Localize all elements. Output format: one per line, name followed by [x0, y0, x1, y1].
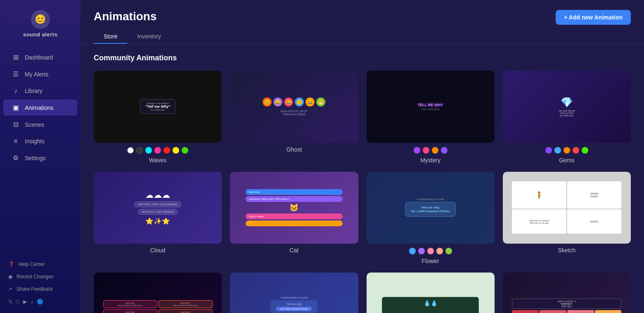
share-feedback-icon: ↗	[8, 286, 12, 292]
social-links: 𝕏 ⬡ ▶ ♪ 🔵	[0, 295, 80, 308]
tab-inventory[interactable]: Inventory	[127, 30, 171, 44]
footer-recent-changes[interactable]: ◉ Recent Changes	[0, 270, 80, 283]
facebook-icon[interactable]: 🔵	[37, 299, 43, 305]
animation-grid: maheem has played "Tell me Why" for 2000…	[94, 71, 631, 313]
tab-store[interactable]: Store	[94, 30, 127, 44]
recent-changes-icon: ◉	[8, 274, 12, 280]
animation-preview-flower: FUNDRAISING PLAYER Tell me whyfor 1,000 …	[367, 172, 495, 244]
tiktok-icon[interactable]: ♪	[31, 299, 33, 305]
dashboard-icon: ⊞	[12, 53, 20, 61]
animation-preview-neon: New Role! maheem raided with 6000 viewer…	[94, 273, 222, 313]
animation-preview-cloud: ☁☁☁ NEW ROLE: ARMY 1000 VIEWERS NEW ROLE…	[94, 172, 222, 244]
sidebar-item-label: Scenes	[25, 121, 44, 128]
app-logo: 😊 sound alerts	[0, 0, 80, 46]
footer-label: Help Center	[19, 261, 45, 267]
insights-icon: ≡	[12, 138, 20, 145]
animation-preview-display: 💧💧 Tell me Whyfor 1,000 Bits Maheem play…	[367, 273, 495, 313]
tab-bar: Store Inventory	[80, 25, 644, 44]
animation-card-sound[interactable]: FUNDRAISING PLAYER Tell me why for 1,000…	[230, 273, 358, 313]
animation-preview-sound: FUNDRAISING PLAYER Tell me why for 1,000…	[230, 273, 358, 313]
my-alerts-icon: ☰	[12, 70, 20, 78]
mystery-color-dots	[414, 147, 447, 154]
animation-preview-sketch: 🧍 simpleviewer Salomon is playedTell me!…	[503, 172, 631, 244]
animation-card-cloud[interactable]: ☁☁☁ NEW ROLE: ARMY 1000 VIEWERS NEW ROLE…	[94, 172, 222, 265]
animation-preview-mystery: TELL ME WHY FOR 3,000 BITS	[367, 71, 495, 143]
sidebar-item-library[interactable]: ♪ Library	[3, 83, 77, 99]
flower-color-dots	[409, 248, 452, 254]
animation-card-gems[interactable]: 💎 has just played"Tell me Why"for 2000 b…	[503, 71, 631, 164]
page-header: Animations + Add new Animation	[80, 0, 644, 25]
animation-card-flower[interactable]: FUNDRAISING PLAYER Tell me whyfor 1,000 …	[367, 172, 495, 265]
animation-name-cat: Cat	[289, 247, 298, 254]
animation-preview-gems: 💎 has just played"Tell me Why"for 2000 b…	[503, 71, 631, 143]
sidebar-item-label: Insights	[25, 138, 45, 145]
animation-name-cloud: Cloud	[150, 247, 166, 254]
animation-name-sketch: Sketch	[558, 247, 575, 254]
library-icon: ♪	[12, 87, 20, 95]
discord-icon[interactable]: ⬡	[16, 299, 20, 304]
animation-card-ghost[interactable]: 😊 😄 😃 🙂 😆 😁 NEW EMOTE DROPHalloween play…	[230, 71, 358, 164]
sidebar-item-animations[interactable]: ▣ Animations	[3, 100, 77, 116]
gems-color-dots	[545, 147, 588, 154]
youtube-icon[interactable]: ▶	[23, 299, 27, 305]
content-area: Community Animations maheem has played "…	[80, 44, 644, 313]
sidebar-item-scenes[interactable]: ⊟ Scenes	[3, 116, 77, 133]
logo-icon: 😊	[31, 10, 50, 29]
main-content: Animations + Add new Animation Store Inv…	[80, 0, 644, 313]
animation-name-mystery: Mystery	[420, 157, 440, 164]
footer-label: Recent Changes	[17, 274, 53, 280]
sidebar-item-my-alerts[interactable]: ☰ My Alerts	[3, 66, 77, 82]
animation-card-sketch[interactable]: 🧍 simpleviewer Salomon is playedTell me!…	[503, 172, 631, 265]
animation-name-waves: Waves	[149, 157, 166, 164]
sidebar-item-label: My Alerts	[25, 71, 49, 78]
sidebar-item-label: Animations	[25, 104, 53, 111]
sidebar-item-label: Library	[25, 88, 43, 94]
add-animation-button[interactable]: + Add new Animation	[556, 10, 631, 25]
help-icon: ❓	[8, 261, 14, 267]
sidebar: 😊 sound alerts ⊞ Dashboard ☰ My Alerts ♪…	[0, 0, 80, 313]
animation-card-mail[interactable]: NEW CHEER ✕ FARTBOY 5000 Bits ✉ ✉ ✉ ✉	[503, 273, 631, 313]
animation-card-cat[interactable]: New Role! Halloween played with 1500 vie…	[230, 172, 358, 265]
animation-card-mystery[interactable]: TELL ME WHY FOR 3,000 BITS Mystery	[367, 71, 495, 164]
sidebar-item-dashboard[interactable]: ⊞ Dashboard	[3, 49, 77, 65]
page-title: Animations	[94, 10, 156, 23]
animation-card-display[interactable]: 💧💧 Tell me Whyfor 1,000 Bits Maheem play…	[367, 273, 495, 313]
animation-preview-waves: maheem has played "Tell me Why" for 2000…	[94, 71, 222, 143]
footer-help-center[interactable]: ❓ Help Center	[0, 258, 80, 270]
sidebar-item-insights[interactable]: ≡ Insights	[3, 133, 77, 149]
footer-share-feedback[interactable]: ↗ Share Feedback	[0, 283, 80, 295]
animation-name-flower: Flower	[422, 258, 439, 264]
animation-name-ghost: Ghost	[286, 146, 302, 153]
sidebar-item-label: Settings	[25, 155, 46, 161]
scenes-icon: ⊟	[12, 121, 20, 128]
animations-icon: ▣	[12, 104, 20, 111]
app-name: sound alerts	[23, 31, 57, 38]
sidebar-item-label: Dashboard	[25, 54, 53, 61]
settings-icon: ⚙	[12, 154, 20, 162]
animation-name-gems: Gems	[559, 157, 574, 164]
animation-card-waves[interactable]: maheem has played "Tell me Why" for 2000…	[94, 71, 222, 164]
animation-preview-mail: NEW CHEER ✕ FARTBOY 5000 Bits ✉ ✉ ✉ ✉	[503, 273, 631, 313]
sidebar-item-settings[interactable]: ⚙ Settings	[3, 150, 77, 166]
footer-label: Share Feedback	[17, 286, 53, 292]
section-title: Community Animations	[94, 54, 631, 62]
waves-color-dots	[127, 147, 188, 154]
sidebar-footer: ❓ Help Center ◉ Recent Changes ↗ Share F…	[0, 253, 80, 313]
main-nav: ⊞ Dashboard ☰ My Alerts ♪ Library ▣ Anim…	[0, 46, 80, 253]
twitter-icon[interactable]: 𝕏	[8, 299, 12, 305]
animation-preview-cat: New Role! Halloween played with 1500 vie…	[230, 172, 358, 244]
animation-preview-ghost: 😊 😄 😃 🙂 😆 😁 NEW EMOTE DROPHalloween play…	[230, 71, 358, 143]
animation-card-neon[interactable]: New Role! maheem raided with 6000 viewer…	[94, 273, 222, 313]
